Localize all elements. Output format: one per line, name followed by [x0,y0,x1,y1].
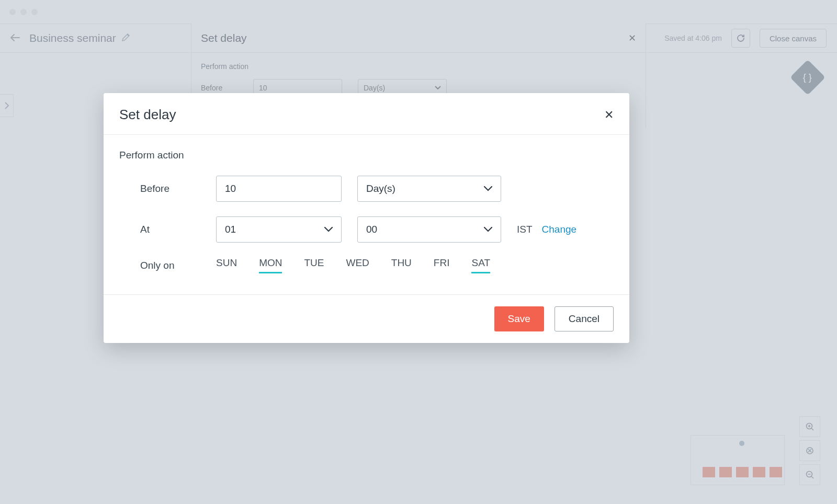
set-delay-modal: Set delay ✕ Perform action Before Day(s)… [104,93,629,343]
minute-value: 00 [366,224,377,235]
at-label: At [119,224,216,235]
modal-title: Set delay [119,107,176,123]
minute-select[interactable]: 00 [357,216,501,243]
before-row: Before Day(s) [119,176,614,202]
only-on-label: Only on [119,260,216,271]
unit-select[interactable]: Day(s) [357,176,501,202]
only-on-row: Only on SUN MON TUE WED THU FRI SAT [119,257,614,273]
hour-value: 01 [225,224,236,235]
day-toggle-sat[interactable]: SAT [471,257,490,273]
section-label: Perform action [119,150,614,161]
modal-header: Set delay ✕ [104,93,629,135]
day-toggle-wed[interactable]: WED [346,257,369,273]
change-timezone-link[interactable]: Change [542,224,577,235]
chevron-down-icon [484,227,492,232]
at-row: At 01 00 IST Change [119,216,614,243]
close-icon[interactable]: ✕ [604,109,614,121]
day-toggle-tue[interactable]: TUE [304,257,324,273]
days-list: SUN MON TUE WED THU FRI SAT [216,257,490,273]
chevron-down-icon [484,186,492,191]
chevron-down-icon [324,227,333,232]
day-toggle-mon[interactable]: MON [259,257,282,273]
before-value-input[interactable] [216,176,342,202]
hour-select[interactable]: 01 [216,216,342,243]
before-label: Before [119,183,216,194]
day-toggle-fri[interactable]: FRI [434,257,450,273]
save-button[interactable]: Save [494,306,544,331]
day-toggle-thu[interactable]: THU [391,257,412,273]
timezone-label: IST [517,224,533,235]
cancel-button[interactable]: Cancel [555,306,614,331]
modal-body: Perform action Before Day(s) At 01 00 IS… [104,135,629,294]
unit-select-value: Day(s) [366,183,395,194]
modal-footer: Save Cancel [104,294,629,343]
day-toggle-sun[interactable]: SUN [216,257,237,273]
